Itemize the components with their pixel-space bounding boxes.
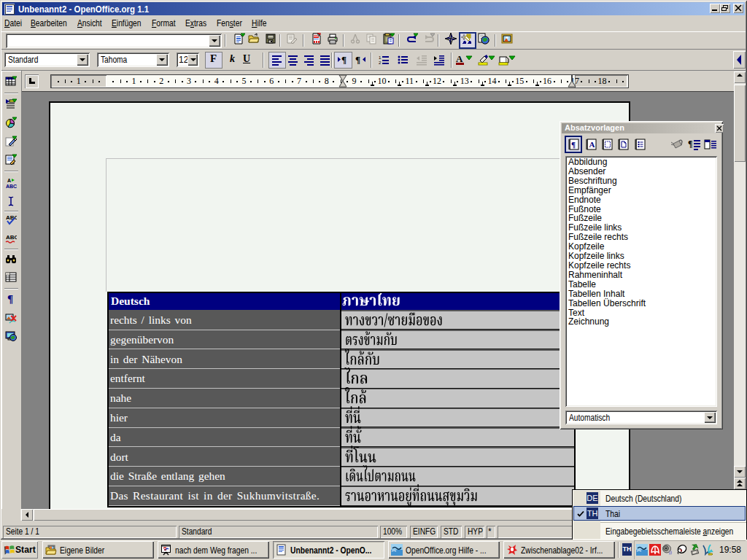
svg-text:¶: ¶ [688,139,692,149]
svg-text:ABC: ABC [6,184,17,189]
svg-text:ABC: ABC [6,214,17,221]
svg-text:1: 1 [379,55,382,60]
svg-text:¶: ¶ [571,140,576,149]
svg-text:A: A [7,178,11,183]
svg-text:¶: ¶ [7,293,13,305]
svg-text:A: A [589,140,595,149]
svg-text:¶: ¶ [341,54,347,65]
svg-text:2: 2 [379,61,382,65]
svg-text:ABC: ABC [6,234,17,241]
svg-text:A: A [456,54,463,64]
svg-text:¶: ¶ [355,54,360,65]
